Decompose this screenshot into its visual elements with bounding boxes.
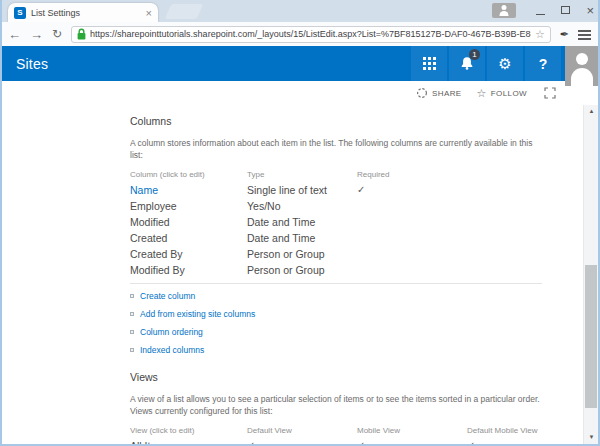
views-header-mobile: Mobile View <box>357 422 467 438</box>
scroll-down-arrow-icon[interactable]: ▼ <box>584 431 599 444</box>
share-icon <box>416 87 428 99</box>
user-avatar[interactable] <box>565 46 599 86</box>
columns-actions: Create column Add from existing site col… <box>130 287 542 359</box>
bookmark-star-icon[interactable]: ☆ <box>535 28 545 41</box>
column-name-link[interactable]: Name <box>130 182 247 198</box>
follow-star-icon: ☆ <box>477 87 487 100</box>
column-name-link[interactable]: Employee <box>130 198 247 214</box>
views-header-default: Default View <box>247 422 357 438</box>
extension-icon[interactable]: ✒ <box>560 28 569 41</box>
columns-header-column: Column (click to edit) <box>130 166 247 182</box>
tab-close-icon[interactable]: × <box>146 8 152 18</box>
new-tab-button[interactable] <box>165 4 204 19</box>
app-launcher-icon[interactable] <box>411 46 447 81</box>
browser-profile-icon[interactable] <box>492 3 516 18</box>
views-header-view: View (click to edit) <box>130 422 247 438</box>
browser-window: S List Settings × × ← → ↻ https://sharep… <box>0 0 600 446</box>
views-section: Views A view of a list allows you to see… <box>130 371 542 444</box>
square-bullet-icon <box>130 294 134 298</box>
url-text: https://sharepointtutorials.sharepoint.c… <box>90 29 531 39</box>
column-name-link[interactable]: Created By <box>130 246 247 262</box>
add-existing-columns-link[interactable]: Add from existing site columns <box>130 305 542 323</box>
column-type: Person or Group <box>247 246 357 262</box>
columns-table: Column (click to edit) Type Required Nam… <box>130 166 542 278</box>
column-required-check <box>357 198 467 214</box>
link-label[interactable]: Indexed columns <box>140 345 204 355</box>
follow-button[interactable]: ☆ FOLLOW <box>477 87 527 100</box>
square-bullet-icon <box>130 330 134 334</box>
page-content: Columns A column stores information abou… <box>2 105 582 444</box>
views-table: View (click to edit) Default View Mobile… <box>130 422 542 444</box>
scroll-up-arrow-icon[interactable]: ▲ <box>584 105 599 118</box>
columns-header-required: Required <box>357 166 467 182</box>
square-bullet-icon <box>130 312 134 316</box>
scrollbar-thumb[interactable] <box>585 265 597 408</box>
column-required-check: ✓ <box>357 182 467 198</box>
suite-bar: Sites 1 ⚙ ? <box>0 46 600 81</box>
link-label[interactable]: Column ordering <box>140 327 203 337</box>
site-title[interactable]: Sites <box>16 56 48 72</box>
column-name-link[interactable]: Created <box>130 230 247 246</box>
page-command-bar: SHARE ☆ FOLLOW <box>2 81 598 105</box>
column-type: Date and Time <box>247 230 357 246</box>
browser-toolbar: ← → ↻ https://sharepointtutorials.sharep… <box>0 22 600 46</box>
notifications-bell-icon[interactable]: 1 <box>449 46 485 81</box>
link-label[interactable]: Create column <box>140 291 195 301</box>
notification-badge: 1 <box>469 49 480 60</box>
share-button[interactable]: SHARE <box>416 87 462 99</box>
close-button[interactable]: × <box>586 4 594 17</box>
column-ordering-link[interactable]: Column ordering <box>130 323 542 341</box>
column-name-link[interactable]: Modified <box>130 214 247 230</box>
maximize-button[interactable] <box>561 6 570 14</box>
views-section-description: A view of a list allows you to see a par… <box>130 393 542 417</box>
column-required-check <box>357 214 467 230</box>
view-mobile-check: ✓ <box>357 438 467 444</box>
square-bullet-icon <box>130 348 134 352</box>
suite-icon-group: 1 ⚙ ? <box>409 46 561 81</box>
follow-label: FOLLOW <box>491 89 527 98</box>
column-type: Date and Time <box>247 214 357 230</box>
tab-strip: S List Settings × × <box>0 0 600 22</box>
reload-button[interactable]: ↻ <box>52 28 62 41</box>
tab-title: List Settings <box>31 8 141 18</box>
columns-header-type: Type <box>247 166 357 182</box>
column-required-check <box>357 262 467 278</box>
share-label: SHARE <box>432 89 462 98</box>
column-name-link[interactable]: Modified By <box>130 262 247 278</box>
indexed-columns-link[interactable]: Indexed columns <box>130 341 542 359</box>
columns-section-description: A column stores information about each i… <box>130 137 542 161</box>
settings-gear-icon[interactable]: ⚙ <box>487 46 523 81</box>
vertical-scrollbar[interactable]: ▲ ▼ <box>583 105 598 444</box>
address-bar[interactable]: https://sharepointtutorials.sharepoint.c… <box>71 26 551 43</box>
link-label[interactable]: Add from existing site columns <box>140 309 255 319</box>
view-default-mobile-check: ✓ <box>467 438 582 444</box>
help-icon[interactable]: ? <box>525 46 561 81</box>
window-controls: × <box>492 0 594 20</box>
columns-section-title: Columns <box>130 115 542 127</box>
minimize-button[interactable] <box>536 14 545 15</box>
views-section-title: Views <box>130 371 542 383</box>
focus-on-content-icon[interactable] <box>544 87 556 99</box>
divider <box>130 283 542 284</box>
column-required-check <box>357 246 467 262</box>
column-required-check <box>357 230 467 246</box>
view-name-link[interactable]: All Items <box>130 438 247 444</box>
sharepoint-favicon-icon: S <box>14 7 26 19</box>
views-header-default-mobile: Default Mobile View <box>467 422 582 438</box>
view-default-check: ✓ <box>247 438 357 444</box>
browser-tab[interactable]: S List Settings × <box>8 3 158 22</box>
column-type: Yes/No <box>247 198 357 214</box>
create-column-link[interactable]: Create column <box>130 287 542 305</box>
menu-icon[interactable] <box>578 28 592 40</box>
back-button[interactable]: ← <box>8 28 21 41</box>
https-padlock-icon <box>77 28 86 40</box>
forward-button[interactable]: → <box>30 28 43 41</box>
column-type: Person or Group <box>247 262 357 278</box>
column-type: Single line of text <box>247 182 357 198</box>
